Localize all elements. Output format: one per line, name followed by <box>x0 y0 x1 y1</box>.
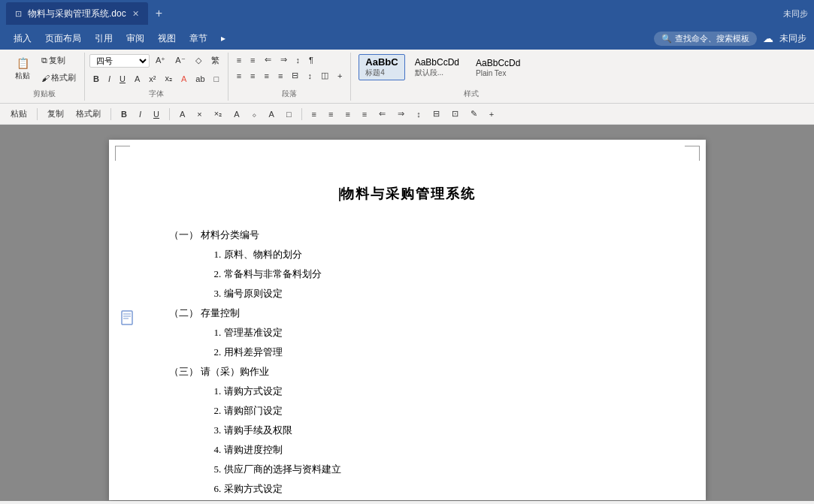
section-2-item-2: 2. 用料差异管理 <box>214 343 646 362</box>
numbering-button[interactable]: ≡ <box>247 53 259 67</box>
qa-border-button[interactable]: □ <box>282 107 296 121</box>
format-painter-button[interactable]: 🖌 格式刷 <box>38 70 80 86</box>
menu-view[interactable]: 视图 <box>152 29 182 48</box>
corner-mark-tl <box>115 146 130 161</box>
copy-button[interactable]: ⧉ 复制 <box>38 53 80 68</box>
menu-bar: 插入 页面布局 引用 审阅 视图 章节 ▸ 🔍 查找命令、搜索模板 ☁ 未同步 <box>0 27 814 50</box>
paste-button[interactable]: 📋 粘贴 <box>9 53 36 85</box>
tab-close-icon[interactable]: ✕ <box>132 9 139 19</box>
paste-label: 粘贴 <box>15 71 30 81</box>
qa-align-left-button[interactable]: ≡ <box>307 107 321 121</box>
copy-icon: ⧉ <box>41 56 47 65</box>
font-color-button[interactable]: A <box>177 72 190 86</box>
menu-bar-right: 🔍 查找命令、搜索模板 ☁ 未同步 <box>654 32 806 46</box>
qa-increase-indent-button[interactable]: ⇒ <box>393 107 409 121</box>
qa-delete-button[interactable]: × <box>192 107 206 121</box>
font-group-label: 字体 <box>89 87 223 101</box>
tab-list: ⊡ 物料与采购管理系统.doc ✕ + <box>6 2 783 25</box>
qa-insert-table-button[interactable]: ⊡ <box>447 107 463 121</box>
style-plain-text[interactable]: AaBbCcDdPlain Tex <box>469 56 527 80</box>
justify-button[interactable]: ≡ <box>274 69 286 83</box>
style-gallery: AaBbC标题4 AaBbCcDd默认段... AaBbCcDdPlain Te… <box>356 53 530 82</box>
qa-align-center-button[interactable]: ≡ <box>324 107 337 121</box>
subscript-button[interactable]: x₂ <box>161 71 176 86</box>
styles-group-label: 样式 <box>356 87 587 101</box>
separator-3 <box>169 108 170 120</box>
search-box[interactable]: 🔍 查找命令、搜索模板 <box>654 32 757 46</box>
font-size-decrease-button[interactable]: A⁻ <box>171 53 189 68</box>
qa-line-spacing-button[interactable]: ↕ <box>412 107 425 121</box>
bullets-button[interactable]: ≡ <box>233 53 245 67</box>
qa-edit-button[interactable]: ✎ <box>466 107 482 121</box>
show-marks-button[interactable]: ¶ <box>305 53 317 67</box>
font-clear-button[interactable]: ◇ <box>192 53 205 68</box>
qa-italic-button[interactable]: I <box>135 107 146 121</box>
qa-align-right-button[interactable]: ≡ <box>340 107 354 121</box>
separator-4 <box>301 108 302 120</box>
menu-review[interactable]: 审阅 <box>120 29 150 48</box>
italic-button[interactable]: I <box>104 72 114 86</box>
format-painter-icon: 🖌 <box>41 74 50 83</box>
section-3-item-2: 2. 请购部门设定 <box>214 401 646 421</box>
sync-status: 未同步 <box>783 8 808 20</box>
tab-icon: ⊡ <box>15 9 22 19</box>
qa-sub-button[interactable]: ×₂ <box>210 107 226 121</box>
menu-more[interactable]: ▸ <box>215 30 231 47</box>
document-content[interactable]: （一） 材料分类编号 1. 原料、物料的划分 2. 常备料与非常备料划分 3. … <box>169 225 646 499</box>
increase-indent-button[interactable]: ⇒ <box>277 53 291 67</box>
paragraph-group-label: 段落 <box>233 87 346 101</box>
menu-chapter[interactable]: 章节 <box>183 29 213 48</box>
phonetic-button[interactable]: 繁 <box>207 53 223 68</box>
align-left-button[interactable]: ≡ <box>233 69 245 83</box>
qa-font-color-button[interactable]: A <box>175 107 189 121</box>
border-char-button[interactable]: □ <box>210 72 223 86</box>
align-right-button[interactable]: ≡ <box>261 69 273 83</box>
section-3-item-3: 3. 请购手续及权限 <box>214 421 646 440</box>
ribbon-group-paragraph: ≡ ≡ ⇐ ⇒ ↕ ¶ ≡ ≡ ≡ ≡ ⊟ ↕ ◫ + 段落 <box>228 53 352 101</box>
qa-paste-button[interactable]: 粘贴 <box>6 106 32 122</box>
section-1-item-3: 3. 编号原则设定 <box>214 284 646 303</box>
highlight-button[interactable]: ab <box>192 72 208 86</box>
sort-button[interactable]: ↕ <box>292 53 304 67</box>
qa-underline-button[interactable]: U <box>149 107 164 121</box>
qa-diamond-button[interactable]: ⬦ <box>247 107 262 121</box>
font-name-select[interactable]: 四号 <box>89 54 150 68</box>
align-center-button[interactable]: ≡ <box>247 69 259 83</box>
qa-justify-button[interactable]: ≡ <box>358 107 371 121</box>
borders-button[interactable]: + <box>334 69 346 83</box>
shading-button[interactable]: ◫ <box>317 68 332 83</box>
line-spacing-button[interactable]: ↕ <box>304 69 316 83</box>
clipboard-buttons: 📋 粘贴 ⧉ 复制 🖌 格式刷 <box>9 53 80 86</box>
document-title: 物料与采购管理系统 <box>169 185 646 203</box>
qa-decrease-indent-button[interactable]: ⇐ <box>374 107 390 121</box>
columns-button[interactable]: ⊟ <box>288 68 302 83</box>
menu-page-layout[interactable]: 页面布局 <box>39 29 87 48</box>
style-heading4[interactable]: AaBbC标题4 <box>359 54 404 80</box>
underline-button[interactable]: U <box>116 72 129 86</box>
section-3-item-4: 4. 请购进度控制 <box>214 440 646 460</box>
align-row: ≡ ≡ ≡ ≡ ⊟ ↕ ◫ + <box>233 68 346 83</box>
qa-style-button[interactable]: A <box>265 107 279 121</box>
style-default[interactable]: AaBbCcDd默认段... <box>408 55 466 80</box>
document-layout-icon <box>121 310 135 330</box>
qa-cols-button[interactable]: ⊟ <box>428 107 444 121</box>
new-tab-button[interactable]: + <box>148 4 170 23</box>
separator-2 <box>110 108 111 120</box>
strikethrough-button[interactable]: A <box>131 72 144 86</box>
qa-add-button[interactable]: + <box>485 107 498 121</box>
qa-clear-button[interactable]: A <box>229 107 244 121</box>
bold-button[interactable]: B <box>89 72 103 86</box>
superscript-button[interactable]: x² <box>145 72 159 86</box>
section-1-item-1: 1. 原料、物料的划分 <box>214 245 646 264</box>
title-bar-right: 未同步 <box>783 8 808 20</box>
decrease-indent-button[interactable]: ⇐ <box>261 53 275 67</box>
qa-format-painter-button[interactable]: 格式刷 <box>71 106 105 122</box>
section-3-item-1: 1. 请购方式设定 <box>214 382 646 401</box>
document-tab[interactable]: ⊡ 物料与采购管理系统.doc ✕ <box>6 2 148 25</box>
qa-bold-button[interactable]: B <box>117 107 132 121</box>
menu-insert[interactable]: 插入 <box>8 29 38 48</box>
qa-copy-button[interactable]: 复制 <box>43 106 68 122</box>
font-size-increase-button[interactable]: A⁺ <box>152 53 169 68</box>
ribbon-group-font: 四号 A⁺ A⁻ ◇ 繁 B I U A x² x₂ A ab □ 字体 <box>85 53 228 101</box>
menu-references[interactable]: 引用 <box>89 29 119 48</box>
